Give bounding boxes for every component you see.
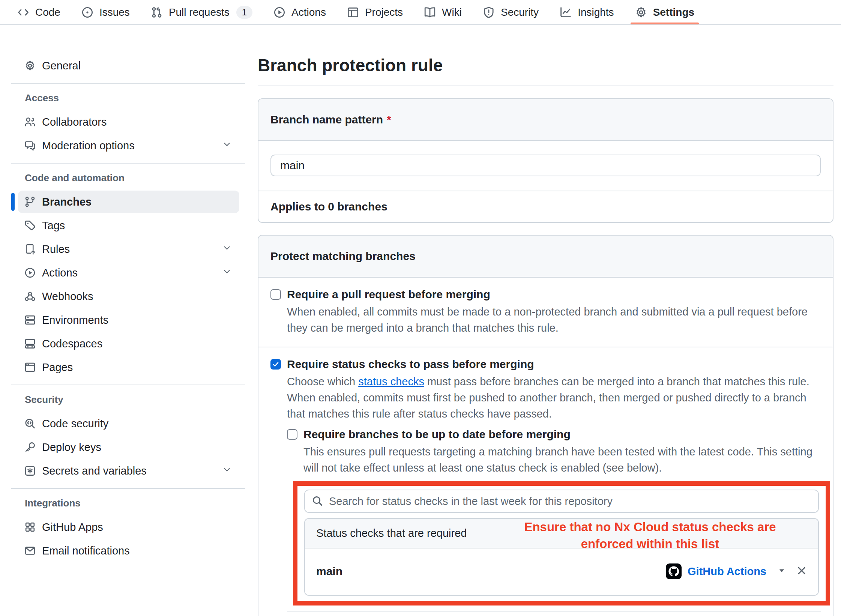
code-icon [17,6,29,18]
pull-request-icon [151,6,163,18]
status-checks-list-header-label: Status checks that are required [316,527,467,539]
branch-name-pattern-header: Branch name pattern* [258,99,833,141]
sidebar-item-label: Branches [42,196,92,208]
title-divider [258,86,833,86]
gear-icon [24,60,36,71]
sidebar-item-pages[interactable]: Pages [18,356,239,379]
browser-icon [24,362,36,373]
sidebar-item-label: General [42,60,81,72]
sidebar-item-email-notifications[interactable]: Email notifications [18,539,239,562]
nav-item-label: Security [501,6,539,18]
sidebar-item-label: Webhooks [42,290,93,303]
sidebar-item-codespaces[interactable]: Codespaces [18,332,239,355]
table-icon [347,6,359,18]
require-up-to-date-label[interactable]: Require branches to be up to date before… [303,428,571,441]
nav-item-label: Actions [291,6,326,18]
sidebar-item-rules[interactable]: Rules [18,238,239,260]
sidebar-item-environments[interactable]: Environments [18,309,239,331]
people-icon [24,116,36,128]
sidebar-item-label: Deploy keys [42,441,101,454]
status-checks-link[interactable]: status checks [358,376,424,388]
require-up-to-date-checkbox[interactable] [287,429,297,440]
remove-status-check-icon[interactable] [796,565,807,577]
nav-item-projects[interactable]: Projects [341,0,409,24]
nav-item-wiki[interactable]: Wiki [418,0,468,24]
nav-item-issues[interactable]: Issues [75,0,136,24]
github-actions-link[interactable]: GitHub Actions [688,565,766,578]
play-icon [273,6,285,18]
status-desc-prefix: Choose which [287,376,358,388]
sidebar-item-secrets-and-variables[interactable]: Secrets and variables [18,460,239,482]
nav-item-pull-requests[interactable]: Pull requests1 [145,0,258,24]
sidebar-item-label: Environments [42,314,108,326]
key-icon [24,442,36,453]
sidebar-item-actions[interactable]: Actions [18,261,239,284]
sidebar-item-general[interactable]: General [18,54,239,77]
page-title: Branch protection rule [258,55,833,76]
chevron-down-icon [222,243,232,255]
main-content: Branch protection rule Branch name patte… [258,25,833,616]
nav-item-label: Issues [99,6,130,18]
protect-matching-branches-header: Protect matching branches [258,236,833,278]
require-pull-request-row: Require a pull request before merging Wh… [258,278,833,347]
require-status-checks-label[interactable]: Require status checks to pass before mer… [287,358,534,371]
nav-item-label: Pull requests [169,6,230,18]
book-icon [424,6,436,18]
next-row-divider [287,611,821,616]
github-actions-avatar [666,563,682,579]
required-asterisk: * [387,113,391,126]
sidebar-item-deploy-keys[interactable]: Deploy keys [18,436,239,458]
sidebar-divider [11,488,245,489]
chevron-down-icon [222,140,232,152]
sidebar-section-header-security: Security [25,391,248,409]
branch-name-pattern-label: Branch name pattern [270,113,383,126]
sidebar-item-branches[interactable]: Branches [18,191,239,213]
sidebar-divider [11,163,245,164]
sidebar-item-label: Collaborators [42,116,107,128]
check-icon [272,361,279,368]
shield-icon [483,6,495,18]
nav-item-insights[interactable]: Insights [554,0,620,24]
search-icon [312,495,323,506]
sidebar-item-collaborators[interactable]: Collaborators [18,111,239,133]
status-checks-search-input[interactable] [304,490,819,513]
require-pull-request-label[interactable]: Require a pull request before merging [287,288,490,301]
branch-name-pattern-body [258,141,833,191]
sidebar-section-header-code-and-automation: Code and automation [25,169,248,187]
branch-name-pattern-input[interactable] [270,155,821,176]
issue-opened-icon [81,6,93,18]
sidebar-item-label: Actions [42,267,78,279]
up-to-date-block: Require branches to be up to date before… [287,428,821,616]
nav-item-label: Code [35,6,60,18]
sidebar-item-moderation-options[interactable]: Moderation options [18,134,239,157]
require-pull-request-description: When enabled, all commits must be made t… [287,304,812,336]
annotated-status-checks-region: Status checks that are required Ensure t… [293,481,830,605]
tag-icon [24,220,36,231]
git-branch-icon [24,196,36,207]
octocat-icon [667,565,680,578]
chevron-down-icon [222,465,232,477]
webhook-icon [24,291,36,302]
sidebar-item-label: Rules [42,243,70,255]
sidebar-item-webhooks[interactable]: Webhooks [18,285,239,308]
sidebar-item-tags[interactable]: Tags [18,214,239,237]
nav-item-settings[interactable]: Settings [629,0,700,24]
caret-down-icon[interactable] [778,566,786,576]
asterisk-box-icon [24,465,36,476]
repo-tab-bar: CodeIssuesPull requests1ActionsProjectsW… [0,0,841,25]
rules-icon [24,243,36,255]
sidebar-section-header-access: Access [25,89,248,107]
require-pull-request-checkbox[interactable] [270,289,281,300]
protect-matching-branches-card: Protect matching branches Require a pull… [258,235,833,616]
sidebar-item-github-apps[interactable]: GitHub Apps [18,516,239,538]
graph-icon [560,6,572,18]
sidebar-divider [11,385,245,385]
nav-item-actions[interactable]: Actions [267,0,332,24]
sidebar-item-code-security[interactable]: Code security [18,412,239,435]
require-up-to-date-description: This ensures pull requests targeting a m… [303,444,821,476]
require-status-checks-checkbox[interactable] [270,359,281,370]
branch-name-pattern-card: Branch name pattern* Applies to 0 branch… [258,98,833,223]
nav-item-security[interactable]: Security [477,0,545,24]
nav-item-code[interactable]: Code [11,0,66,24]
sidebar-item-label: Code security [42,418,108,430]
